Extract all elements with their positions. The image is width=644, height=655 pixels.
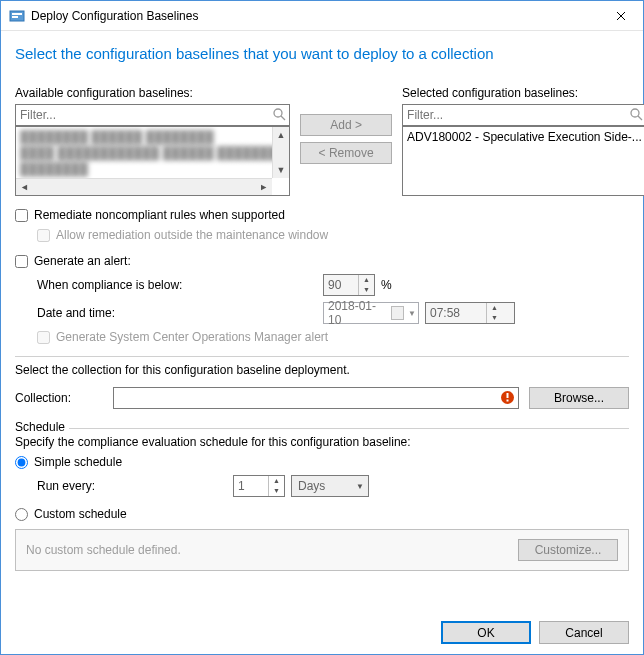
svg-line-4 bbox=[281, 116, 285, 120]
list-item[interactable]: ████████ bbox=[20, 161, 285, 177]
simple-schedule-radio[interactable] bbox=[15, 456, 28, 469]
available-listbox[interactable]: ████████ ██████ ████████ ████ ██████████… bbox=[15, 126, 290, 196]
scom-alert-checkbox bbox=[37, 331, 50, 344]
spin-up-icon[interactable]: ▲ bbox=[359, 275, 374, 285]
spin-down-icon[interactable]: ▼ bbox=[269, 486, 284, 496]
svg-rect-2 bbox=[12, 16, 18, 18]
app-icon bbox=[9, 8, 25, 24]
selected-listbox[interactable]: ADV180002 - Speculative Execution Side-.… bbox=[402, 126, 644, 196]
simple-schedule-label: Simple schedule bbox=[34, 455, 122, 469]
spin-down-icon[interactable]: ▼ bbox=[487, 313, 502, 323]
available-label: Available configuration baselines: bbox=[15, 86, 290, 100]
time-value-input[interactable] bbox=[426, 304, 486, 323]
collection-label: Collection: bbox=[15, 391, 103, 405]
browse-button[interactable]: Browse... bbox=[529, 387, 629, 409]
spin-down-icon[interactable]: ▼ bbox=[359, 285, 374, 295]
chevron-down-icon[interactable]: ▼ bbox=[408, 309, 416, 318]
search-icon bbox=[629, 107, 643, 124]
generate-alert-label: Generate an alert: bbox=[34, 254, 131, 268]
run-every-spinner[interactable]: ▲▼ bbox=[233, 475, 285, 497]
available-filter-input[interactable] bbox=[15, 104, 290, 126]
list-item[interactable]: ADV180002 - Speculative Execution Side-.… bbox=[407, 129, 642, 145]
run-every-label: Run every: bbox=[37, 479, 227, 493]
run-every-input[interactable] bbox=[234, 477, 268, 496]
time-spinner[interactable]: ▲▼ bbox=[425, 302, 515, 324]
scroll-right-icon[interactable]: ► bbox=[255, 182, 272, 192]
cancel-button[interactable]: Cancel bbox=[539, 621, 629, 644]
compliance-unit: % bbox=[381, 278, 392, 292]
horizontal-scrollbar[interactable]: ◄ ► bbox=[16, 178, 272, 195]
content-area: Select the configuration baselines that … bbox=[1, 31, 643, 654]
remediate-label: Remediate noncompliant rules when suppor… bbox=[34, 208, 285, 222]
spin-up-icon[interactable]: ▲ bbox=[269, 476, 284, 486]
selected-label: Selected configuration baselines: bbox=[402, 86, 644, 100]
custom-schedule-radio[interactable] bbox=[15, 508, 28, 521]
close-icon bbox=[616, 11, 626, 21]
schedule-text: Specify the compliance evaluation schedu… bbox=[15, 435, 629, 449]
scroll-down-icon[interactable]: ▼ bbox=[277, 162, 286, 178]
add-button[interactable]: Add > bbox=[300, 114, 392, 136]
list-item[interactable]: ████ ████████████ ██████ ████████ bbox=[20, 145, 285, 161]
customize-button: Customize... bbox=[518, 539, 618, 561]
compliance-below-label: When compliance is below: bbox=[37, 278, 317, 292]
search-icon bbox=[272, 107, 286, 124]
window-title: Deploy Configuration Baselines bbox=[31, 9, 198, 23]
schedule-unit-value: Days bbox=[298, 479, 325, 493]
titlebar: Deploy Configuration Baselines bbox=[1, 1, 643, 31]
schedule-legend: Schedule bbox=[15, 420, 71, 434]
warning-icon bbox=[500, 390, 515, 408]
close-button[interactable] bbox=[598, 1, 643, 31]
collection-input[interactable] bbox=[113, 387, 519, 409]
generate-alert-checkbox[interactable] bbox=[15, 255, 28, 268]
compliance-spinner[interactable]: ▲▼ bbox=[323, 274, 375, 296]
vertical-scrollbar[interactable]: ▲ ▼ bbox=[272, 127, 289, 178]
svg-point-5 bbox=[631, 109, 639, 117]
chevron-down-icon: ▼ bbox=[356, 482, 364, 491]
allow-outside-window-label: Allow remediation outside the maintenanc… bbox=[56, 228, 328, 242]
remediate-checkbox[interactable] bbox=[15, 209, 28, 222]
list-item[interactable]: ████████ ██████ ████████ bbox=[20, 129, 285, 145]
svg-line-6 bbox=[638, 116, 642, 120]
scom-alert-label: Generate System Center Operations Manage… bbox=[56, 330, 328, 344]
compliance-value-input[interactable] bbox=[324, 276, 358, 295]
svg-point-3 bbox=[274, 109, 282, 117]
schedule-unit-dropdown[interactable]: Days ▼ bbox=[291, 475, 369, 497]
page-headline: Select the configuration baselines that … bbox=[15, 45, 629, 62]
calendar-icon[interactable] bbox=[391, 306, 404, 320]
dialog-window: Deploy Configuration Baselines Select th… bbox=[0, 0, 644, 655]
custom-schedule-none: No custom schedule defined. bbox=[26, 543, 181, 557]
datetime-label: Date and time: bbox=[37, 306, 317, 320]
ok-button[interactable]: OK bbox=[441, 621, 531, 644]
date-picker[interactable]: 2018-01-10 ▼ bbox=[323, 302, 419, 324]
remove-button[interactable]: < Remove bbox=[300, 142, 392, 164]
svg-rect-9 bbox=[507, 400, 509, 402]
custom-schedule-box: No custom schedule defined. Customize... bbox=[15, 529, 629, 571]
scroll-left-icon[interactable]: ◄ bbox=[16, 182, 33, 192]
svg-rect-8 bbox=[507, 393, 509, 398]
date-value: 2018-01-10 bbox=[328, 299, 385, 327]
custom-schedule-label: Custom schedule bbox=[34, 507, 127, 521]
scroll-up-icon[interactable]: ▲ bbox=[277, 127, 286, 143]
collection-section-text: Select the collection for this configura… bbox=[15, 363, 629, 377]
spin-up-icon[interactable]: ▲ bbox=[487, 303, 502, 313]
svg-rect-1 bbox=[12, 13, 22, 15]
selected-filter-input[interactable] bbox=[402, 104, 644, 126]
allow-outside-window-checkbox bbox=[37, 229, 50, 242]
